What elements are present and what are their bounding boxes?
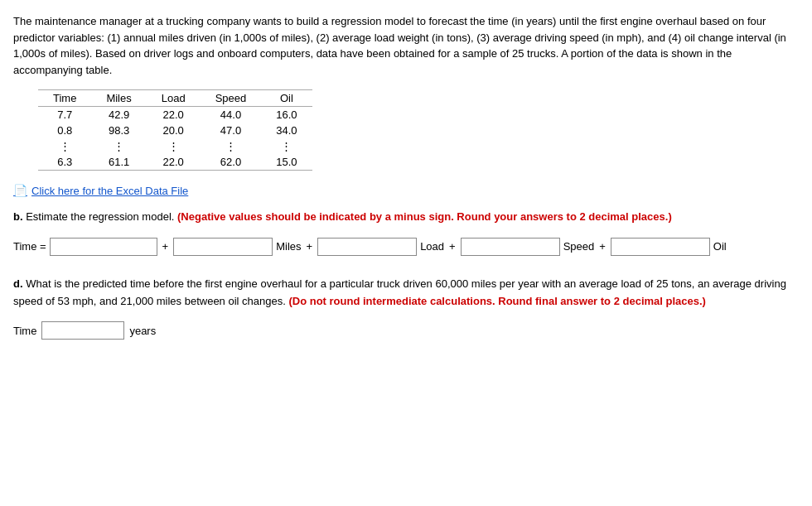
table-row: 0.8 98.3 20.0 47.0 34.0 [38, 123, 312, 138]
load-label: Load [420, 240, 444, 253]
years-label: years [129, 325, 156, 337]
section-d-label: d. [13, 277, 23, 290]
section-b-text: Estimate the regression model. [26, 210, 174, 223]
intro-paragraph: The maintenance manager at a trucking co… [13, 13, 799, 78]
plus-sign-4: + [597, 240, 607, 253]
section-b-bold: (Negative values should be indicated by … [177, 210, 672, 223]
time-label: Time [13, 325, 36, 337]
col-header-miles: Miles [91, 90, 146, 107]
section-d: d. What is the predicted time before the… [13, 276, 799, 311]
equation-miles-coef-input[interactable] [173, 238, 273, 256]
equation-intercept-input[interactable] [50, 238, 157, 256]
equation-row: Time = + Miles + Load + Speed + Oil [13, 238, 799, 256]
section-b: b. Estimate the regression model. (Negat… [13, 209, 799, 226]
equation-speed-coef-input[interactable] [461, 238, 560, 256]
document-icon: 📄 [13, 184, 27, 197]
section-d-bold: (Do not round intermediate calculations.… [288, 295, 705, 307]
table-row-ellipsis: ⋮ ⋮ ⋮ ⋮ ⋮ [38, 138, 312, 154]
equation-oil-coef-input[interactable] [611, 238, 710, 256]
data-table: Time Miles Load Speed Oil 7.7 42.9 22.0 … [38, 89, 312, 171]
time-equals-label: Time = [13, 240, 46, 253]
excel-link-text[interactable]: Click here for the Excel Data File [31, 185, 188, 197]
time-answer-input[interactable] [41, 321, 124, 340]
col-header-oil: Oil [261, 90, 312, 107]
col-header-load: Load [147, 90, 201, 107]
speed-label: Speed [563, 240, 595, 253]
table-row: 7.7 42.9 22.0 44.0 16.0 [38, 107, 312, 123]
plus-sign-1: + [161, 240, 171, 253]
table-row: 6.3 61.1 22.0 62.0 15.0 [38, 154, 312, 171]
equation-load-coef-input[interactable] [317, 238, 417, 256]
plus-sign-2: + [305, 240, 315, 253]
col-header-time: Time [38, 90, 91, 107]
section-b-label: b. [13, 210, 23, 223]
table-header-row: Time Miles Load Speed Oil [38, 90, 312, 107]
time-answer-row: Time years [13, 321, 799, 340]
excel-link[interactable]: 📄 Click here for the Excel Data File [13, 184, 799, 197]
miles-label: Miles [276, 240, 301, 253]
plus-sign-3: + [447, 240, 457, 253]
col-header-speed: Speed [201, 90, 262, 107]
oil-label: Oil [713, 240, 727, 253]
